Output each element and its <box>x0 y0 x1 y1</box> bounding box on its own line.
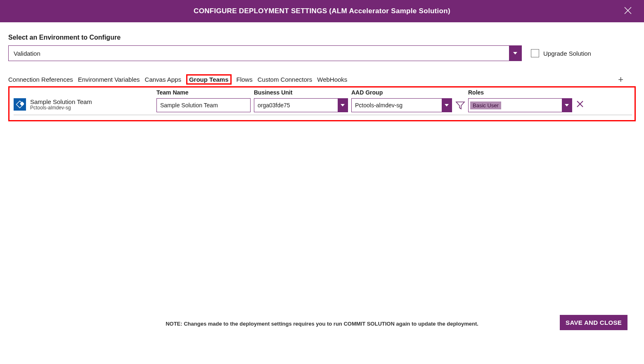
footer-note: NOTE: Changes made to the deployment set… <box>0 321 644 327</box>
upgrade-solution-checkbox[interactable] <box>531 49 539 57</box>
svg-marker-7 <box>456 102 464 109</box>
team-name-value: Sample Solution Team <box>160 102 218 109</box>
col-aad-group: AAD Group Pctools-almdev-sg <box>351 89 453 112</box>
tab-connection-references[interactable]: Connection References <box>8 75 73 84</box>
tab-webhooks[interactable]: WebHooks <box>317 75 347 84</box>
team-display-title: Sample Solution Team <box>30 98 92 105</box>
environment-label: Select an Environment to Configure <box>8 34 636 41</box>
business-unit-dropdown[interactable]: orga03fde75 <box>254 98 348 112</box>
filter-icon[interactable] <box>455 100 466 112</box>
aad-group-value: Pctools-almdev-sg <box>352 102 442 109</box>
chevron-down-icon[interactable] <box>509 46 521 61</box>
content-area: Select an Environment to Configure Valid… <box>0 22 644 121</box>
modal-title: CONFIGURE DEPLOYMENT SETTINGS (ALM Accel… <box>194 7 450 15</box>
tabs-row: Connection References Environment Variab… <box>8 74 636 85</box>
save-and-close-button[interactable]: SAVE AND CLOSE <box>560 315 627 330</box>
aad-group-dropdown[interactable]: Pctools-almdev-sg <box>351 98 452 112</box>
team-name-input[interactable]: Sample Solution Team <box>156 98 251 112</box>
tab-flows[interactable]: Flows <box>237 75 253 84</box>
header-team-name: Team Name <box>156 89 254 96</box>
upgrade-solution-checkbox-wrap: Upgrade Solution <box>531 49 591 57</box>
svg-marker-6 <box>445 104 449 106</box>
team-icon <box>14 98 26 111</box>
table-row: Sample Solution Team Pctools-almdev-sg T… <box>14 89 632 112</box>
group-teams-grid: Sample Solution Team Pctools-almdev-sg T… <box>8 86 636 121</box>
svg-rect-3 <box>20 102 24 106</box>
tab-canvas-apps[interactable]: Canvas Apps <box>145 75 181 84</box>
svg-marker-8 <box>565 104 569 106</box>
col-team-name: Team Name Sample Solution Team <box>156 89 254 112</box>
team-identity-cell: Sample Solution Team Pctools-almdev-sg <box>14 89 156 111</box>
tab-group-teams[interactable]: Group Teams <box>186 74 232 85</box>
row-divider <box>14 115 632 115</box>
chevron-down-icon[interactable] <box>442 99 452 112</box>
team-display-sub: Pctools-almdev-sg <box>30 105 92 111</box>
tab-custom-connectors[interactable]: Custom Connectors <box>258 75 313 84</box>
svg-marker-5 <box>341 104 345 106</box>
environment-dropdown[interactable]: Validation <box>8 45 522 61</box>
roles-dropdown[interactable]: Basic User <box>468 98 572 112</box>
col-roles: Roles Basic User <box>468 89 573 112</box>
header-aad-group: AAD Group <box>351 89 453 96</box>
modal-header: CONFIGURE DEPLOYMENT SETTINGS (ALM Accel… <box>0 0 644 22</box>
header-business-unit: Business Unit <box>254 89 351 96</box>
environment-dropdown-value: Validation <box>9 50 509 57</box>
team-identity-text: Sample Solution Team Pctools-almdev-sg <box>30 98 92 111</box>
tab-environment-variables[interactable]: Environment Variables <box>78 75 140 84</box>
delete-row-cell <box>573 89 587 109</box>
environment-row: Validation Upgrade Solution <box>8 45 636 61</box>
add-row-icon[interactable]: + <box>618 74 623 85</box>
chevron-down-icon[interactable] <box>338 99 348 112</box>
filter-icon-cell <box>453 89 467 112</box>
roles-value-wrap: Basic User <box>469 102 562 109</box>
role-chip: Basic User <box>470 102 501 109</box>
delete-row-icon[interactable] <box>576 100 584 109</box>
header-roles: Roles <box>468 89 573 96</box>
upgrade-solution-label: Upgrade Solution <box>543 50 591 57</box>
close-icon[interactable] <box>623 6 632 17</box>
business-unit-value: orga03fde75 <box>254 102 338 109</box>
col-business-unit: Business Unit orga03fde75 <box>254 89 351 112</box>
svg-marker-2 <box>513 52 517 54</box>
chevron-down-icon[interactable] <box>562 99 572 112</box>
